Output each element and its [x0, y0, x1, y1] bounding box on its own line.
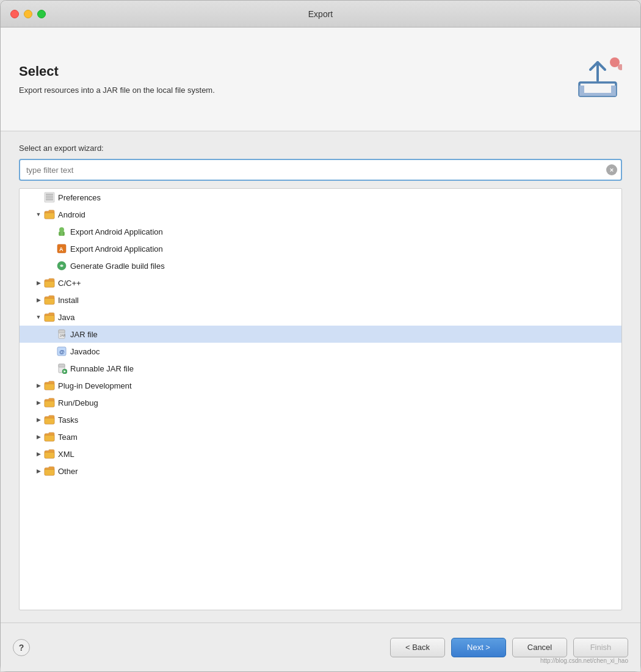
android-arrow [34, 210, 43, 219]
traffic-lights [10, 10, 46, 18]
page-title: Select [19, 64, 215, 79]
android-orange-icon: A [56, 243, 67, 254]
preferences-icon [44, 192, 55, 203]
tree-item-run-debug[interactable]: Run/Debug [20, 394, 621, 411]
titlebar: Export [1, 1, 640, 27]
tree-item-runnable-jar[interactable]: Runnable JAR file [20, 360, 621, 377]
tree-item-gradle[interactable]: Generate Gradle build files [20, 257, 621, 274]
team-folder-icon [44, 432, 55, 442]
javadoc-label: Javadoc [70, 347, 100, 356]
header-text: Select Export resources into a JAR file … [19, 64, 215, 95]
minimize-button[interactable] [24, 10, 32, 18]
runnable-jar-label: Runnable JAR file [70, 364, 134, 373]
export-icon [573, 55, 622, 104]
window-title: Export [308, 9, 333, 19]
svg-rect-3 [579, 93, 616, 96]
svg-text:A: A [59, 246, 63, 252]
close-button[interactable] [10, 10, 19, 18]
svg-point-12 [59, 227, 64, 232]
help-button[interactable]: ? [13, 639, 30, 656]
other-label: Other [58, 467, 78, 476]
next-button[interactable]: Next > [451, 638, 506, 657]
footer-left: ? [13, 639, 30, 656]
tree-item-plugin-dev[interactable]: Plug-in Development [20, 377, 621, 394]
cancel-button[interactable]: Cancel [512, 638, 567, 657]
filter-container: × [19, 159, 622, 181]
tree-item-install[interactable]: Install [20, 291, 621, 309]
gradle-icon [56, 260, 67, 271]
filter-input[interactable] [19, 159, 622, 181]
tree-container[interactable]: Preferences Android [19, 188, 622, 610]
back-button[interactable]: < Back [390, 638, 445, 657]
runnable-jar-icon [56, 363, 67, 374]
tasks-arrow [34, 415, 43, 424]
tree-item-javadoc[interactable]: @ Javadoc [20, 343, 621, 360]
maximize-button[interactable] [37, 10, 46, 18]
tree-item-android-export2[interactable]: A Export Android Application [20, 240, 621, 257]
android-green-icon [56, 226, 67, 237]
tree-item-preferences[interactable]: Preferences [20, 189, 621, 206]
svg-point-5 [610, 57, 620, 67]
other-folder-icon [44, 466, 55, 476]
xml-label: XML [58, 450, 74, 459]
plugin-dev-arrow [34, 381, 43, 390]
java-arrow [34, 313, 43, 321]
finish-button[interactable]: Finish [573, 638, 628, 657]
android-export1-label: Export Android Application [70, 227, 163, 236]
page-description: Export resources into a JAR file on the … [19, 86, 215, 95]
plugin-dev-label: Plug-in Development [58, 381, 132, 390]
android-folder-icon [44, 210, 55, 219]
svg-rect-20 [59, 330, 65, 333]
android-label: Android [58, 210, 85, 219]
tree-item-xml[interactable]: XML [20, 445, 621, 462]
java-label: Java [58, 313, 74, 322]
xml-arrow [34, 450, 43, 458]
jar-file-label: JAR file [70, 330, 98, 339]
footer-buttons: < Back Next > Cancel Finish [390, 638, 628, 657]
other-arrow [34, 467, 43, 475]
run-debug-label: Run/Debug [58, 398, 98, 407]
plugin-folder-icon [44, 381, 55, 390]
run-debug-arrow [34, 398, 43, 407]
watermark: http://blog.csdn.net/chen_xi_hao [540, 657, 628, 664]
tree-item-team[interactable]: Team [20, 428, 621, 445]
svg-rect-7 [45, 192, 54, 202]
tree-item-cpp[interactable]: C/C++ [20, 274, 621, 291]
team-label: Team [58, 433, 78, 442]
footer: ? < Back Next > Cancel Finish http://blo… [1, 623, 640, 671]
tasks-label: Tasks [58, 415, 78, 425]
android-export2-label: Export Android Application [70, 244, 163, 254]
preferences-label: Preferences [58, 193, 101, 202]
tree-item-other[interactable]: Other [20, 462, 621, 480]
cpp-label: C/C++ [58, 279, 81, 288]
body-section: Select an export wizard: × [1, 131, 640, 623]
jar-icon: JAR [56, 329, 67, 340]
install-label: Install [58, 296, 79, 305]
export-icon-svg [573, 55, 622, 104]
tree-item-jar-file[interactable]: JAR JAR file [20, 326, 621, 343]
tree-item-tasks[interactable]: Tasks [20, 411, 621, 428]
run-debug-folder-icon [44, 398, 55, 407]
install-folder-icon [44, 295, 55, 305]
gradle-label: Generate Gradle build files [70, 261, 165, 271]
svg-rect-25 [59, 364, 65, 367]
install-arrow [34, 296, 43, 304]
header-section: Select Export resources into a JAR file … [1, 27, 640, 131]
tree-item-android-export1[interactable]: Export Android Application [20, 223, 621, 240]
tasks-folder-icon [44, 415, 55, 425]
java-folder-icon [44, 312, 55, 322]
xml-folder-icon [44, 449, 55, 459]
tree-item-android[interactable]: Android [20, 206, 621, 223]
wizard-label: Select an export wizard: [19, 144, 622, 153]
filter-clear-button[interactable]: × [606, 164, 617, 175]
svg-text:@: @ [59, 349, 65, 355]
team-arrow [34, 433, 43, 441]
svg-text:JAR: JAR [60, 334, 66, 337]
cpp-arrow [34, 279, 43, 287]
javadoc-icon: @ [56, 346, 67, 357]
svg-rect-13 [59, 232, 65, 236]
tree-item-java[interactable]: Java [20, 309, 621, 326]
cpp-folder-icon [44, 278, 55, 288]
window: Export Select Export resources into a JA… [0, 0, 641, 672]
